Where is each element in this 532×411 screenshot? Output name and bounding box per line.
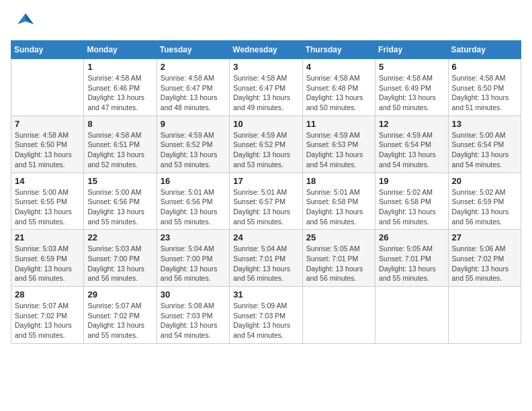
day-number: 23: [161, 232, 226, 242]
weekday-header-thursday: Thursday: [302, 41, 375, 59]
page-header: [11, 11, 521, 35]
day-info: Sunrise: 5:03 AM Sunset: 7:00 PM Dayligh…: [87, 244, 152, 283]
weekday-header-sunday: Sunday: [11, 41, 84, 59]
calendar-table: SundayMondayTuesdayWednesdayThursdayFrid…: [11, 40, 521, 344]
calendar-cell: 6Sunrise: 4:58 AM Sunset: 6:50 PM Daylig…: [448, 59, 521, 116]
day-number: 3: [233, 62, 298, 72]
logo-bird-icon: [15, 11, 36, 35]
day-info: Sunrise: 4:58 AM Sunset: 6:49 PM Dayligh…: [379, 73, 444, 113]
calendar-cell: 21Sunrise: 5:03 AM Sunset: 6:59 PM Dayli…: [11, 230, 84, 287]
day-number: 16: [161, 176, 226, 186]
weekday-header-friday: Friday: [375, 41, 448, 59]
day-number: 2: [161, 62, 226, 72]
day-number: 26: [379, 232, 444, 242]
calendar-header: SundayMondayTuesdayWednesdayThursdayFrid…: [11, 41, 521, 59]
calendar-week-row: 21Sunrise: 5:03 AM Sunset: 6:59 PM Dayli…: [11, 230, 521, 287]
day-info: Sunrise: 4:59 AM Sunset: 6:52 PM Dayligh…: [233, 130, 298, 170]
day-number: 22: [87, 232, 152, 242]
day-number: 30: [161, 289, 226, 300]
day-info: Sunrise: 5:05 AM Sunset: 7:01 PM Dayligh…: [379, 244, 444, 283]
calendar-cell: 13Sunrise: 5:00 AM Sunset: 6:54 PM Dayli…: [448, 116, 521, 173]
day-info: Sunrise: 5:01 AM Sunset: 6:58 PM Dayligh…: [306, 187, 371, 227]
day-number: 8: [87, 119, 152, 129]
day-info: Sunrise: 5:04 AM Sunset: 7:01 PM Dayligh…: [233, 244, 298, 283]
day-number: 5: [379, 62, 444, 72]
day-number: 18: [306, 176, 371, 186]
calendar-week-row: 14Sunrise: 5:00 AM Sunset: 6:55 PM Dayli…: [11, 173, 521, 230]
calendar-cell: 14Sunrise: 5:00 AM Sunset: 6:55 PM Dayli…: [11, 173, 84, 230]
day-info: Sunrise: 5:03 AM Sunset: 6:59 PM Dayligh…: [15, 244, 80, 283]
calendar-week-row: 28Sunrise: 5:07 AM Sunset: 7:02 PM Dayli…: [11, 287, 521, 344]
calendar-body: 1Sunrise: 4:58 AM Sunset: 6:46 PM Daylig…: [11, 59, 521, 344]
day-number: 4: [306, 62, 371, 72]
day-number: 24: [233, 232, 298, 242]
calendar-cell: 31Sunrise: 5:09 AM Sunset: 7:03 PM Dayli…: [230, 287, 302, 344]
calendar-cell: [375, 287, 448, 344]
weekday-header-wednesday: Wednesday: [230, 41, 302, 59]
day-number: 13: [452, 119, 517, 129]
day-info: Sunrise: 5:08 AM Sunset: 7:03 PM Dayligh…: [161, 301, 226, 340]
day-number: 29: [87, 289, 152, 300]
calendar-cell: 3Sunrise: 4:58 AM Sunset: 6:47 PM Daylig…: [230, 59, 302, 116]
day-number: 14: [15, 176, 80, 186]
day-info: Sunrise: 4:58 AM Sunset: 6:46 PM Dayligh…: [87, 73, 152, 113]
day-info: Sunrise: 5:09 AM Sunset: 7:03 PM Dayligh…: [233, 301, 298, 340]
day-number: 10: [233, 119, 298, 129]
calendar-week-row: 7Sunrise: 4:58 AM Sunset: 6:50 PM Daylig…: [11, 116, 521, 173]
calendar-week-row: 1Sunrise: 4:58 AM Sunset: 6:46 PM Daylig…: [11, 59, 521, 116]
calendar-cell: 22Sunrise: 5:03 AM Sunset: 7:00 PM Dayli…: [84, 230, 157, 287]
day-info: Sunrise: 4:59 AM Sunset: 6:52 PM Dayligh…: [161, 130, 226, 170]
day-info: Sunrise: 5:02 AM Sunset: 6:59 PM Dayligh…: [452, 187, 517, 227]
calendar-cell: [448, 287, 521, 344]
day-number: 31: [233, 289, 298, 300]
day-number: 12: [379, 119, 444, 129]
day-number: 27: [452, 232, 517, 242]
calendar-cell: 12Sunrise: 4:59 AM Sunset: 6:54 PM Dayli…: [375, 116, 448, 173]
calendar-cell: 25Sunrise: 5:05 AM Sunset: 7:01 PM Dayli…: [302, 230, 375, 287]
calendar-cell: 20Sunrise: 5:02 AM Sunset: 6:59 PM Dayli…: [448, 173, 521, 230]
calendar-cell: 16Sunrise: 5:01 AM Sunset: 6:56 PM Dayli…: [157, 173, 229, 230]
day-info: Sunrise: 5:01 AM Sunset: 6:57 PM Dayligh…: [233, 187, 298, 227]
calendar-cell: 1Sunrise: 4:58 AM Sunset: 6:46 PM Daylig…: [84, 59, 157, 116]
calendar-cell: 5Sunrise: 4:58 AM Sunset: 6:49 PM Daylig…: [375, 59, 448, 116]
weekday-header-row: SundayMondayTuesdayWednesdayThursdayFrid…: [11, 41, 521, 59]
day-info: Sunrise: 4:58 AM Sunset: 6:50 PM Dayligh…: [452, 73, 517, 113]
calendar-cell: 2Sunrise: 4:58 AM Sunset: 6:47 PM Daylig…: [157, 59, 229, 116]
day-number: 7: [15, 119, 80, 129]
weekday-header-tuesday: Tuesday: [157, 41, 229, 59]
day-info: Sunrise: 4:58 AM Sunset: 6:47 PM Dayligh…: [161, 73, 226, 113]
day-number: 25: [306, 232, 371, 242]
day-number: 15: [87, 176, 152, 186]
calendar-cell: 29Sunrise: 5:07 AM Sunset: 7:02 PM Dayli…: [84, 287, 157, 344]
day-info: Sunrise: 5:07 AM Sunset: 7:02 PM Dayligh…: [15, 301, 80, 340]
calendar-cell: 24Sunrise: 5:04 AM Sunset: 7:01 PM Dayli…: [230, 230, 302, 287]
day-info: Sunrise: 4:58 AM Sunset: 6:51 PM Dayligh…: [87, 130, 152, 170]
calendar-cell: [11, 59, 84, 116]
day-number: 21: [15, 232, 80, 242]
day-number: 28: [15, 289, 80, 300]
day-info: Sunrise: 5:01 AM Sunset: 6:56 PM Dayligh…: [161, 187, 226, 227]
day-number: 17: [233, 176, 298, 186]
calendar-cell: 7Sunrise: 4:58 AM Sunset: 6:50 PM Daylig…: [11, 116, 84, 173]
day-info: Sunrise: 4:58 AM Sunset: 6:50 PM Dayligh…: [15, 130, 80, 170]
calendar-cell: 19Sunrise: 5:02 AM Sunset: 6:58 PM Dayli…: [375, 173, 448, 230]
calendar-cell: 30Sunrise: 5:08 AM Sunset: 7:03 PM Dayli…: [157, 287, 229, 344]
calendar-cell: 26Sunrise: 5:05 AM Sunset: 7:01 PM Dayli…: [375, 230, 448, 287]
day-info: Sunrise: 5:04 AM Sunset: 7:00 PM Dayligh…: [161, 244, 226, 283]
day-info: Sunrise: 5:02 AM Sunset: 6:58 PM Dayligh…: [379, 187, 444, 227]
calendar-cell: 8Sunrise: 4:58 AM Sunset: 6:51 PM Daylig…: [84, 116, 157, 173]
day-info: Sunrise: 5:00 AM Sunset: 6:55 PM Dayligh…: [15, 187, 80, 227]
day-info: Sunrise: 4:58 AM Sunset: 6:47 PM Dayligh…: [233, 73, 298, 113]
day-info: Sunrise: 5:06 AM Sunset: 7:02 PM Dayligh…: [452, 244, 517, 283]
day-number: 19: [379, 176, 444, 186]
day-info: Sunrise: 5:00 AM Sunset: 6:54 PM Dayligh…: [452, 130, 517, 170]
calendar-cell: 18Sunrise: 5:01 AM Sunset: 6:58 PM Dayli…: [302, 173, 375, 230]
day-number: 9: [161, 119, 226, 129]
calendar-cell: 4Sunrise: 4:58 AM Sunset: 6:48 PM Daylig…: [302, 59, 375, 116]
day-info: Sunrise: 5:07 AM Sunset: 7:02 PM Dayligh…: [87, 301, 152, 340]
calendar-cell: 27Sunrise: 5:06 AM Sunset: 7:02 PM Dayli…: [448, 230, 521, 287]
day-info: Sunrise: 5:05 AM Sunset: 7:01 PM Dayligh…: [306, 244, 371, 283]
day-number: 20: [452, 176, 517, 186]
calendar-cell: 15Sunrise: 5:00 AM Sunset: 6:56 PM Dayli…: [84, 173, 157, 230]
calendar-cell: 23Sunrise: 5:04 AM Sunset: 7:00 PM Dayli…: [157, 230, 229, 287]
